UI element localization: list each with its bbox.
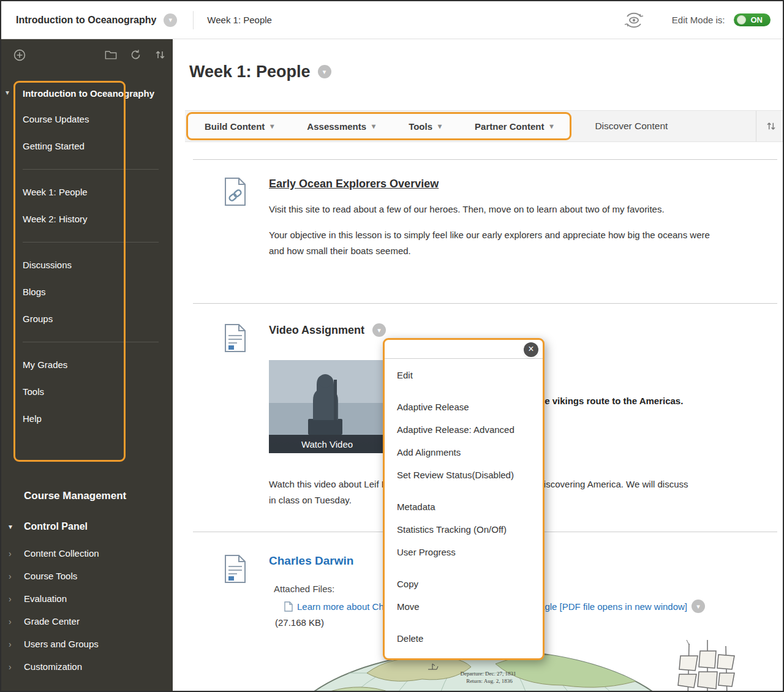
watch-video-caption: Watch Video [269,435,385,453]
close-icon: × [528,344,533,354]
mgmt-item-label: Evaluation [24,593,67,604]
item-title-link[interactable]: Early Ocean Explorers Overview [269,176,753,192]
refresh-button[interactable] [130,49,141,61]
sidebar-item-control-panel[interactable]: ▾ Control Panel [1,521,173,532]
sidebar-item-course-home[interactable]: Introduction to Oceanography [23,85,159,106]
expand-arrow-icon: ▾ [9,522,24,531]
chevron-down-icon: ▾ [696,603,700,611]
control-panel-label: Control Panel [24,521,88,532]
course-menu-expand-icon[interactable]: ▾ [6,88,9,97]
course-management-panel: Course Management ▾ Control Panel › Cont… [1,490,173,678]
menu-item-adaptive-release[interactable]: Adaptive Release [385,396,543,418]
chevron-right-icon: › [9,662,24,672]
menu-item-metadata[interactable]: Metadata [385,495,543,518]
discover-content-button[interactable]: Discover Content [595,121,668,132]
sidebar-item-my-grades[interactable]: My Grades [23,352,159,378]
sidebar-item-week1[interactable]: Week 1: People [23,179,159,206]
chevron-down-icon: ▾ [438,122,442,130]
sidebar-item-getting-started[interactable]: Getting Started [23,133,159,160]
sidebar-item-evaluation[interactable]: › Evaluation [1,587,173,610]
tools-button[interactable]: Tools ▾ [392,114,458,138]
edit-mode-value: ON [751,15,763,24]
sidebar-item-customization[interactable]: › Customization [1,655,173,678]
chevron-right-icon: › [9,594,24,604]
item-options-button[interactable]: ▾ [372,323,386,337]
menu-item-user-progress[interactable]: User Progress [385,541,543,563]
chevron-down-icon: ▾ [169,16,173,24]
sidebar-item-blogs[interactable]: Blogs [23,279,159,306]
menu-item-copy[interactable]: Copy [385,573,543,595]
chevron-right-icon: › [9,549,24,558]
up-down-arrows-icon [766,121,776,132]
statue-image [269,360,385,435]
file-options-button[interactable]: ▾ [692,600,705,613]
course-title-menu-button[interactable]: ▾ [164,13,177,27]
menu-item-add-alignments[interactable]: Add Alignments [385,441,543,464]
menu-item-statistics-tracking[interactable]: Statistics Tracking (On/Off) [385,518,543,541]
header-divider [193,11,194,29]
sidebar-item-course-updates[interactable]: Course Updates [23,106,159,133]
item-paragraph: Your objective in this lesson is to simp… [269,227,722,259]
menu-item-delete[interactable]: Delete [385,627,543,650]
partner-content-button[interactable]: Partner Content ▾ [458,114,570,138]
build-content-label: Build Content [205,121,265,132]
student-preview-button[interactable] [623,12,645,29]
highlight-box-action-bar: Build Content ▾ Assessments ▾ Tools ▾ Pa… [186,112,571,140]
sidebar-item-content-collection[interactable]: › Content Collection [1,542,173,565]
menu-item-edit[interactable]: Edit [385,364,543,386]
page-title-menu-button[interactable]: ▾ [318,65,331,78]
assessments-label: Assessments [307,121,366,132]
folder-icon [105,50,117,60]
mgmt-item-label: Course Tools [24,571,77,581]
action-bar: Build Content ▾ Assessments ▾ Tools ▾ Pa… [185,110,784,142]
add-menu-item-button[interactable] [13,49,26,61]
close-button[interactable]: × [524,342,538,357]
sidebar-item-help[interactable]: Help [23,405,159,432]
sidebar-item-course-tools[interactable]: › Course Tools [1,565,173,587]
video-thumbnail[interactable]: Watch Video [269,360,385,453]
folder-view-button[interactable] [105,50,117,60]
menu-item-move[interactable]: Move [385,595,543,618]
chevron-down-icon: ▾ [549,122,553,130]
sidebar: ▾ Introduction to Oceanography Course Up… [1,39,173,692]
chevron-down-icon: ▾ [377,326,381,334]
menu-divider [23,342,159,342]
reorder-button[interactable] [155,49,165,61]
ship-illustration [666,637,745,692]
chevron-down-icon: ▾ [372,122,375,130]
content-item-early-ocean-explorers: Early Ocean Explorers Overview Visit thi… [193,159,777,303]
build-content-button[interactable]: Build Content ▾ [188,114,290,138]
chevron-right-icon: › [9,639,24,649]
context-menu-header: × [385,340,543,359]
item-context-menu: × Edit Adaptive Release Adaptive Release… [383,338,545,660]
map-return-label: Return: Aug. 2, 1836 [466,678,513,684]
file-icon [284,601,293,612]
course-management-title: Course Management [1,490,173,502]
chevron-right-icon: › [9,571,24,581]
menu-item-set-review-status[interactable]: Set Review Status(Disabled) [385,464,543,486]
sidebar-item-discussions[interactable]: Discussions [23,252,159,279]
sort-order-button[interactable] [756,111,784,141]
sidebar-item-tools[interactable]: Tools [23,378,159,405]
mgmt-item-label: Users and Groups [24,639,99,649]
sidebar-item-users-and-groups[interactable]: › Users and Groups [1,633,173,655]
video-caption-fragment: the vikings route to the Americas. [536,396,683,406]
sidebar-item-week2[interactable]: Week 2: History [23,206,159,233]
sidebar-item-groups[interactable]: Groups [23,306,159,333]
chevron-down-icon: ▾ [323,68,326,76]
assessments-button[interactable]: Assessments ▾ [290,114,392,138]
menu-divider [23,242,159,243]
mgmt-item-label: Customization [24,661,82,672]
course-menu: Introduction to Oceanography Course Upda… [23,85,159,432]
sidebar-item-grade-center[interactable]: › Grade Center [1,610,173,633]
student-preview-eye-icon [623,12,645,29]
partner-content-label: Partner Content [475,121,544,132]
top-bar: Introduction to Oceanography ▾ Week 1: P… [1,1,783,39]
tools-label: Tools [409,121,432,132]
paragraph-line: in class on Tuesday. [269,495,352,505]
edit-mode-toggle[interactable]: ON [734,13,771,26]
link-document-icon [223,177,247,206]
item-title: Video Assignment [269,322,364,338]
menu-divider [23,169,159,170]
menu-item-adaptive-release-advanced[interactable]: Adaptive Release: Advanced [385,418,543,441]
